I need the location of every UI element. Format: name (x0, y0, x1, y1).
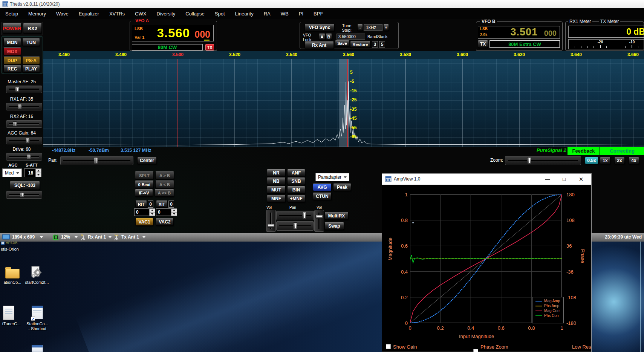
menu-item-pi[interactable]: PI (299, 11, 303, 17)
rx1-pan-thumb[interactable] (302, 212, 306, 219)
cpu-dropdown-icon[interactable] (75, 236, 78, 238)
tune-step-minus-button[interactable]: - (357, 24, 363, 31)
sql-slider[interactable] (6, 191, 42, 199)
menu-item-bpf[interactable]: BPF (314, 11, 323, 17)
desktop-icon-label[interactable]: StationCo... (21, 321, 54, 326)
a-swap-b-button[interactable]: A <> B (154, 189, 174, 197)
folder-icon[interactable] (5, 267, 20, 279)
vfo-b-tx-button[interactable]: TX (478, 40, 488, 48)
rit-stepper[interactable]: 0 (134, 208, 155, 216)
bandstack-slot-1[interactable]: 3 (372, 41, 378, 47)
pan-slider[interactable] (60, 156, 133, 165)
nb-button[interactable]: NB (267, 178, 286, 185)
add-mnf-button[interactable]: +MNF (287, 195, 305, 202)
background-window-sliver[interactable]: HPSDR (1, 242, 18, 245)
menu-item-setup[interactable]: Setup (5, 11, 18, 17)
af-slider-thumb-1[interactable] (18, 104, 22, 109)
tune-step-plus-button[interactable]: + (383, 24, 389, 31)
tx-ant-dropdown-icon[interactable] (142, 236, 145, 238)
vfo-a-display[interactable]: LSB Var 1 3.560 000 (132, 25, 214, 41)
if-to-vfo-button[interactable]: IF->V (135, 189, 153, 197)
menu-item-equalizer[interactable]: Equalizer (79, 11, 99, 17)
menu-item-wb[interactable]: WB (281, 11, 289, 17)
menu-item-diversity[interactable]: Diversity (156, 11, 175, 17)
rx2-pan-slider[interactable] (276, 221, 314, 231)
rx2-vol-slider[interactable] (314, 210, 324, 232)
satt-stepper[interactable]: 18 (24, 168, 41, 177)
swap-button[interactable]: Swap (324, 222, 344, 230)
desktop-icon-label[interactable]: etis-Orion (1, 247, 25, 251)
satt-down-icon[interactable] (36, 173, 41, 177)
af-slider-thumb-0[interactable] (15, 87, 19, 92)
xit-up-icon[interactable] (171, 209, 177, 213)
frequency-entry-field[interactable]: 3.550000 (337, 34, 365, 40)
restore-button[interactable]: Restore (350, 41, 370, 48)
document-icon[interactable] (3, 306, 14, 320)
zoom-slider-thumb[interactable] (527, 157, 531, 164)
rit-down-icon[interactable] (150, 213, 155, 216)
agc-mode-select[interactable]: Med (2, 168, 22, 177)
resolution-dropdown-icon[interactable] (40, 236, 43, 238)
frequency-scale[interactable]: 3.4603.4803.5003.5203.5403.5603.5803.600… (43, 51, 644, 59)
menu-item-spot[interactable]: Spot (215, 11, 225, 17)
sql-slider-thumb[interactable] (20, 192, 24, 197)
xit-button[interactable]: XIT (156, 200, 168, 208)
rx-ant-button[interactable]: Rx Ant (304, 41, 334, 49)
zoom-1x-button[interactable]: 1x (600, 157, 610, 164)
phase-zoom-checkbox[interactable] (473, 349, 478, 352)
mut-button[interactable]: MUT (267, 186, 286, 194)
vfo-lock-a-button[interactable]: A (319, 34, 325, 40)
panadapter-spectrum[interactable] (43, 59, 644, 147)
vac1-button[interactable]: VAC1 (135, 218, 153, 226)
rx2-vol-thumb[interactable] (315, 215, 323, 219)
zoom-slider[interactable] (505, 156, 581, 165)
gear-app-icon[interactable] (30, 266, 44, 279)
rit-button[interactable]: RIT (135, 200, 147, 208)
close-icon[interactable]: ✕ (575, 174, 587, 185)
desktop-icon-label[interactable]: startCom2t... (23, 280, 51, 285)
bin-button[interactable]: BIN (287, 186, 305, 194)
vac2-button[interactable]: VAC2 (156, 218, 174, 226)
menu-item-linearity[interactable]: Linearity (235, 11, 254, 17)
avg-button[interactable]: AVG (313, 184, 332, 191)
minimize-icon[interactable]: — (541, 174, 554, 185)
menu-item-memory[interactable]: Memory (28, 11, 46, 17)
rx1-vol-slider[interactable] (266, 210, 276, 232)
snb-button[interactable]: SNB (287, 178, 305, 185)
af-slider-3[interactable] (6, 137, 42, 144)
menu-item-ra[interactable]: RA (264, 11, 271, 17)
nr-button[interactable]: NR (267, 169, 286, 177)
xit-down-icon[interactable] (171, 213, 177, 216)
zero-beat-button[interactable]: 0 Beat (135, 181, 154, 188)
menu-item-cwx[interactable]: CWX (135, 11, 146, 17)
desktop-icon-label[interactable]: ationCo... (0, 280, 25, 285)
split-button[interactable]: SPLT (135, 171, 154, 179)
vfo-a-band[interactable]: 80M CW (132, 44, 203, 51)
mnf-button[interactable]: MNF (267, 195, 286, 202)
desktop-icon-label[interactable]: - Shortcut (21, 326, 54, 331)
af-slider-2[interactable] (6, 120, 42, 128)
multirx-button[interactable]: MultiRX (324, 212, 349, 220)
display-mode-select[interactable]: Panadapter (315, 173, 349, 181)
rit-up-icon[interactable] (150, 209, 155, 213)
anf-button[interactable]: ANF (287, 169, 305, 177)
partial-icon[interactable] (32, 345, 43, 352)
show-gain-checkbox[interactable] (386, 344, 391, 349)
rx1-vol-thumb[interactable] (267, 224, 275, 228)
af-slider-4[interactable] (6, 153, 42, 161)
vfo-lock-b-button[interactable]: B (326, 34, 332, 40)
b-to-a-button[interactable]: A < B (155, 181, 174, 188)
af-slider-thumb-4[interactable] (27, 154, 31, 159)
af-slider-thumb-2[interactable] (13, 121, 17, 127)
af-slider-0[interactable] (6, 86, 42, 93)
vfo-sync-button[interactable]: VFO Sync (304, 24, 335, 31)
bandstack-slot-2[interactable]: 5 (379, 41, 385, 47)
maximize-icon[interactable]: □ (558, 174, 571, 185)
rx1-pan-slider[interactable] (276, 211, 314, 220)
shortcut-icon[interactable]: ↗ (31, 306, 44, 321)
af-slider-1[interactable] (6, 103, 42, 110)
save-button[interactable]: Save (335, 40, 349, 46)
ampview-titlebar[interactable]: AmpView 1.0 — □ ✕ (382, 174, 591, 185)
desktop-icon-label[interactable]: tTunerC... (0, 321, 23, 326)
rx-ant-dropdown-icon[interactable] (109, 236, 112, 238)
